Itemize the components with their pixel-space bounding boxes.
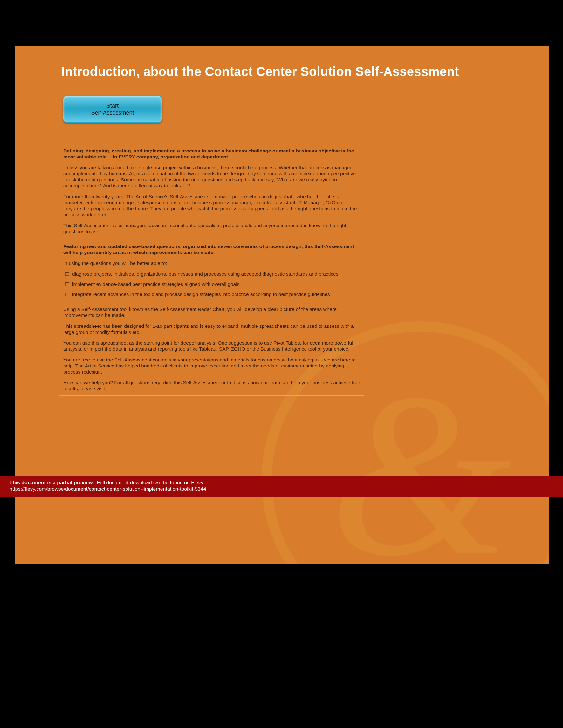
preview-banner: This document is a partial preview. Full…	[0, 476, 563, 497]
button-line-1: Start	[63, 102, 162, 109]
paragraph: For more than twenty years, The Art of S…	[63, 193, 360, 218]
lead-paragraph: Defining, designing, creating, and imple…	[63, 148, 360, 160]
viewer-stage: & Introduction, about the Contact Center…	[0, 0, 563, 728]
paragraph: Using a Self-Assessment tool known as th…	[63, 306, 360, 318]
paragraph: In using the questions you will be bette…	[63, 260, 360, 266]
subhead-paragraph: Featuring new and updated case-based que…	[63, 243, 360, 255]
paragraph: How can we help you? For all questions r…	[63, 380, 360, 392]
banner-bold-text: This document is a partial preview.	[10, 480, 94, 485]
banner-link[interactable]: https://flevy.com/browse/document/contac…	[10, 486, 206, 492]
intro-text-box: Defining, designing, creating, and imple…	[59, 143, 364, 396]
page-title: Introduction, about the Contact Center S…	[61, 64, 459, 79]
paragraph: This spreadsheet has been designed for 1…	[63, 323, 360, 335]
paragraph: Unless you are talking a one-time, singl…	[63, 165, 360, 189]
button-line-2: Self-Assessment	[63, 109, 162, 116]
bullet-item: implement evidence-based best practice s…	[63, 281, 360, 287]
paragraph: This Self-Assessment is for managers, ad…	[63, 222, 360, 234]
bullet-item: integrate recent advances in the topic a…	[63, 291, 360, 297]
bullet-item: diagnose projects, initiatives, organiza…	[63, 271, 360, 277]
paragraph: You are free to use the Self-Assessment …	[63, 357, 360, 375]
banner-rest-text-2: Full document download can be found on F…	[97, 480, 205, 485]
paragraph: You can use this spreadsheet as the star…	[63, 340, 360, 352]
start-self-assessment-button[interactable]: Start Self-Assessment	[63, 96, 162, 123]
